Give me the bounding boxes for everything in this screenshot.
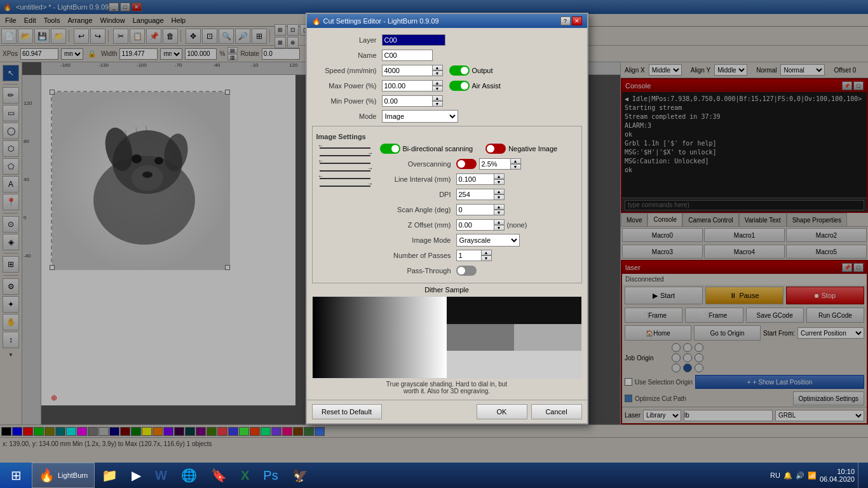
dialog-body: Layer Name Speed (mm/min) ▲ ▼ Output bbox=[307, 28, 587, 400]
network-icon: 📶 bbox=[808, 471, 817, 480]
speed-down[interactable]: ▼ bbox=[433, 71, 443, 76]
over-up[interactable]: ▲ bbox=[511, 158, 521, 164]
zo-down[interactable]: ▼ bbox=[494, 225, 505, 231]
max-power-row: Max Power (%) ▲ ▼ Air Assist bbox=[312, 79, 582, 93]
dither-section: Dither Sample True graysca bbox=[312, 286, 582, 395]
bidir-row: Bi-directional scanning Negative Image bbox=[380, 142, 578, 156]
mode-select[interactable]: Image bbox=[382, 110, 458, 123]
taskbar-explorer[interactable]: 📁 bbox=[95, 463, 125, 488]
svg-text:←: ← bbox=[318, 142, 323, 149]
dpi-down[interactable]: ▼ bbox=[494, 194, 505, 200]
li-down[interactable]: ▼ bbox=[494, 179, 505, 185]
bidir-toggle[interactable] bbox=[380, 144, 400, 154]
sa-down[interactable]: ▼ bbox=[494, 210, 505, 215]
taskbar: ⊞ 🔥 LightBurn 📁 ▶ W 🌐 🔖 X Ps 🦅 R bbox=[0, 463, 868, 488]
dpi-row: DPI ▲ ▼ bbox=[380, 187, 578, 201]
tb-media-icon: ▶ bbox=[132, 468, 141, 483]
start-button[interactable]: ⊞ bbox=[0, 463, 32, 488]
tb-ps-icon: Ps bbox=[263, 468, 278, 483]
dialog-title-text: Cut Settings Editor - LightBurn 0.9.09 bbox=[323, 17, 439, 25]
taskbar-locale: RU bbox=[770, 471, 780, 479]
taskbar-app2[interactable]: 🦅 bbox=[285, 463, 315, 488]
overscanning-toggle[interactable] bbox=[456, 159, 477, 169]
dither-light bbox=[447, 351, 581, 378]
passes-down[interactable]: ▼ bbox=[482, 255, 492, 261]
taskbar-ps[interactable]: Ps bbox=[256, 463, 285, 488]
scan-angle-input[interactable] bbox=[456, 204, 494, 215]
output-toggle[interactable] bbox=[449, 65, 470, 76]
overscanning-row: Overscanning ▲ ▼ bbox=[380, 157, 578, 171]
tb-lightburn-label: LightBurn bbox=[58, 471, 88, 479]
tb-chrome-icon: 🌐 bbox=[181, 468, 197, 483]
negative-toggle[interactable] bbox=[485, 144, 506, 154]
layer-input[interactable] bbox=[382, 34, 445, 46]
line-interval-row: Line Interval (mm) ▲ ▼ bbox=[380, 172, 578, 186]
dialog-close-btn[interactable]: ✕ bbox=[572, 17, 582, 25]
svg-text:←: ← bbox=[318, 173, 323, 179]
dialog-title-bar: 🔥 Cut Settings Editor - LightBurn 0.9.09… bbox=[307, 14, 587, 28]
image-mode-select[interactable]: Grayscale bbox=[456, 234, 520, 247]
line-interval-spin: ▲ ▼ bbox=[494, 173, 505, 185]
dpi-spin: ▲ ▼ bbox=[494, 189, 505, 200]
ok-btn[interactable]: OK bbox=[477, 404, 527, 419]
taskbar-app1[interactable]: 🔖 bbox=[204, 463, 234, 488]
dither-gray bbox=[447, 324, 514, 351]
pass-through-row: Pass-Through bbox=[380, 264, 578, 278]
min-power-spin: ▲ ▼ bbox=[433, 95, 443, 107]
min-power-label: Min Power (%) bbox=[312, 97, 382, 105]
pass-through-toggle[interactable] bbox=[456, 266, 477, 276]
taskbar-lightburn[interactable]: 🔥 LightBurn bbox=[32, 463, 95, 488]
tb-excel-icon: X bbox=[241, 468, 249, 483]
line-interval-input[interactable] bbox=[456, 173, 494, 185]
dialog-controls: ? ✕ bbox=[560, 17, 582, 25]
image-mode-label: Image Mode bbox=[380, 236, 456, 244]
zo-up[interactable]: ▲ bbox=[494, 219, 505, 225]
negative-label: Negative Image bbox=[508, 145, 557, 152]
dialog-help-btn[interactable]: ? bbox=[560, 17, 571, 25]
reset-btn[interactable]: Reset to Default bbox=[312, 404, 382, 419]
taskbar-chrome[interactable]: 🌐 bbox=[174, 463, 204, 488]
passes-up[interactable]: ▲ bbox=[482, 250, 492, 255]
mode-label: Mode bbox=[312, 112, 382, 120]
taskbar-word[interactable]: W bbox=[148, 463, 174, 488]
li-up[interactable]: ▲ bbox=[494, 173, 505, 179]
taskbar-excel[interactable]: X bbox=[234, 463, 256, 488]
z-offset-input[interactable] bbox=[456, 219, 494, 231]
taskbar-time: 10:10 bbox=[820, 468, 855, 475]
cancel-btn[interactable]: Cancel bbox=[531, 404, 582, 419]
over-down[interactable]: ▼ bbox=[511, 164, 521, 170]
overscanning-label: Overscanning bbox=[380, 160, 456, 168]
speed-input[interactable] bbox=[382, 65, 433, 76]
z-offset-spin: ▲ ▼ bbox=[494, 219, 505, 231]
num-passes-input[interactable] bbox=[456, 250, 482, 261]
max-power-input[interactable] bbox=[382, 80, 433, 92]
show-desktop-btn[interactable] bbox=[858, 463, 862, 488]
taskbar-media[interactable]: ▶ bbox=[125, 463, 148, 488]
min-power-input[interactable] bbox=[382, 95, 433, 107]
scan-lines-svg: ← → ← → ← → bbox=[316, 142, 374, 193]
min-power-down[interactable]: ▼ bbox=[433, 101, 443, 107]
max-power-down[interactable]: ▼ bbox=[433, 86, 443, 92]
dialog-icon: 🔥 bbox=[312, 17, 321, 25]
air-assist-label: Air Assist bbox=[472, 82, 501, 90]
max-power-up[interactable]: ▲ bbox=[433, 80, 443, 86]
svg-text:→: → bbox=[367, 165, 373, 172]
dialog-overlay: 🔥 Cut Settings Editor - LightBurn 0.9.09… bbox=[0, 0, 868, 488]
cut-settings-dialog: 🔥 Cut Settings Editor - LightBurn 0.9.09… bbox=[306, 13, 588, 424]
speed-up[interactable]: ▲ bbox=[433, 65, 443, 71]
dpi-up[interactable]: ▲ bbox=[494, 189, 505, 194]
dpi-input[interactable] bbox=[456, 189, 494, 200]
overscanning-input[interactable] bbox=[479, 158, 511, 170]
svg-text:←: ← bbox=[318, 158, 323, 164]
speed-row: Speed (mm/min) ▲ ▼ Output bbox=[312, 64, 582, 78]
num-passes-row: Number of Passes ▲ ▼ bbox=[380, 248, 578, 262]
image-settings-content: ← → ← → ← → bbox=[316, 142, 578, 279]
min-power-up[interactable]: ▲ bbox=[433, 95, 443, 101]
sa-up[interactable]: ▲ bbox=[494, 204, 505, 210]
name-input[interactable] bbox=[382, 50, 433, 61]
taskbar-time-block: 10:10 06.04.2020 bbox=[820, 468, 855, 483]
air-assist-toggle[interactable] bbox=[449, 81, 470, 91]
num-passes-label: Number of Passes bbox=[380, 252, 456, 259]
dither-light-gray bbox=[514, 324, 581, 351]
svg-text:→: → bbox=[367, 150, 373, 156]
